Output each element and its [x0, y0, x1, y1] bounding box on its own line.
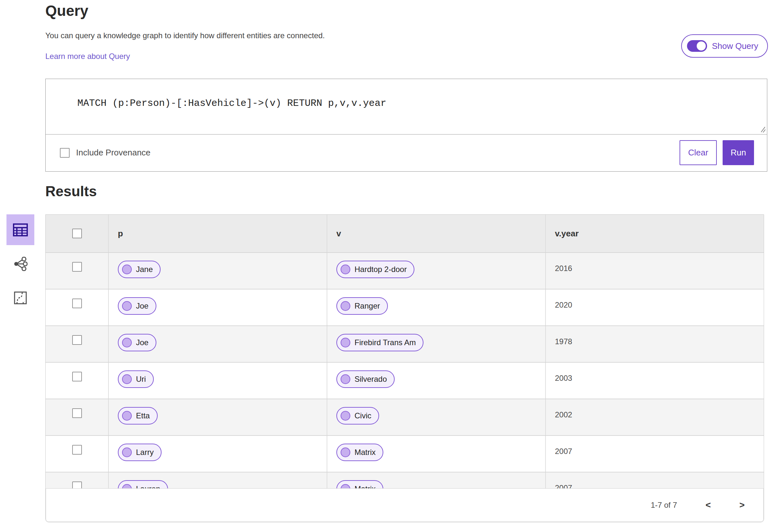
entity-pill-p[interactable]: Uri [118, 370, 154, 388]
clear-button[interactable]: Clear [680, 140, 717, 165]
entity-pill-p[interactable]: Jane [118, 261, 160, 278]
entity-label: Larry [136, 448, 154, 457]
entity-pill-v[interactable]: Ranger [336, 297, 388, 315]
table-row: Joe Ranger 2020 [46, 289, 764, 325]
node-icon [341, 301, 350, 311]
chevron-left-icon[interactable]: < [705, 501, 710, 510]
select-all-checkbox[interactable] [72, 229, 82, 238]
query-code-text: MATCH (p:Person)-[:HasVehicle]->(v) RETU… [77, 98, 386, 109]
column-header-v: v [336, 229, 341, 239]
entity-label: Firebird Trans Am [354, 338, 416, 347]
show-query-label: Show Query [712, 41, 758, 51]
node-icon [122, 338, 132, 347]
node-icon [122, 264, 132, 274]
results-table: p v v.year Jane Hardtop 2-door 2016 [45, 214, 764, 522]
query-editor-panel: MATCH (p:Person)-[:HasVehicle]->(v) RETU… [45, 79, 767, 172]
table-row: Jane Hardtop 2-door 2016 [46, 252, 764, 289]
entity-label: Matrix [354, 448, 375, 457]
toggle-knob [697, 41, 706, 50]
entity-label: Joe [136, 302, 148, 311]
entity-label: Joe [136, 338, 148, 347]
row-checkbox[interactable] [72, 372, 82, 382]
node-icon [341, 447, 350, 457]
table-row: Etta Civic 2002 [46, 399, 764, 435]
year-value: 2007 [555, 447, 572, 456]
entity-pill-p[interactable]: Joe [118, 297, 156, 315]
node-icon [341, 411, 350, 421]
year-value: 2002 [555, 410, 572, 419]
entity-label: Jane [136, 265, 153, 274]
year-value: 2003 [555, 374, 572, 383]
graph-view-icon [13, 257, 27, 271]
pagination-bar: 1-7 of 7 < > [46, 488, 764, 522]
show-query-toggle[interactable]: Show Query [681, 34, 768, 58]
entity-pill-p[interactable]: Larry [118, 444, 161, 461]
node-icon [122, 411, 132, 421]
entity-label: Silverado [354, 375, 387, 384]
row-checkbox[interactable] [72, 335, 82, 345]
entity-label: Ranger [354, 302, 380, 311]
table-header-row: p v v.year [46, 215, 764, 252]
row-checkbox[interactable] [72, 408, 82, 418]
entity-pill-v[interactable]: Matrix [336, 444, 383, 461]
query-code-textarea[interactable]: MATCH (p:Person)-[:HasVehicle]->(v) RETU… [46, 79, 767, 135]
table-row: Larry Matrix 2007 [46, 435, 764, 472]
table-row: Uri Silverado 2003 [46, 362, 764, 399]
entity-label: Uri [136, 375, 146, 384]
include-provenance-checkbox[interactable] [60, 148, 70, 158]
entity-pill-v[interactable]: Firebird Trans Am [336, 334, 424, 351]
query-description: You can query a knowledge graph to ident… [45, 31, 325, 40]
year-value: 2016 [555, 264, 572, 273]
column-header-p: p [118, 229, 123, 239]
entity-pill-p[interactable]: Joe [118, 334, 156, 351]
column-header-v-year: v.year [555, 229, 578, 239]
page-title: Query [45, 2, 88, 19]
resize-handle-icon[interactable] [759, 126, 766, 133]
entity-pill-p[interactable]: Etta [118, 407, 158, 425]
node-icon [122, 301, 132, 311]
entity-pill-v[interactable]: Civic [336, 407, 379, 425]
toggle-switch-icon[interactable] [687, 40, 707, 52]
table-view-icon [13, 223, 28, 236]
graph-view-button[interactable] [6, 248, 34, 279]
query-editor-footer: Include Provenance Clear Run [46, 135, 767, 171]
run-button[interactable]: Run [723, 140, 754, 165]
table-view-button[interactable] [6, 214, 34, 245]
chevron-right-icon[interactable]: > [740, 501, 745, 510]
node-icon [341, 374, 350, 384]
row-checkbox[interactable] [72, 445, 82, 455]
entity-label: Etta [136, 411, 150, 420]
map-view-icon [14, 291, 27, 305]
node-icon [122, 447, 132, 457]
node-icon [122, 374, 132, 384]
view-switcher [6, 214, 34, 313]
year-value: 1978 [555, 337, 572, 346]
entity-label: Hardtop 2-door [354, 265, 407, 274]
learn-more-link[interactable]: Learn more about Query [45, 52, 130, 61]
year-value: 2020 [555, 301, 572, 310]
pagination-range-label: 1-7 of 7 [651, 501, 677, 510]
row-checkbox[interactable] [72, 262, 82, 272]
table-row: Joe Firebird Trans Am 1978 [46, 325, 764, 362]
node-icon [341, 338, 350, 347]
entity-label: Civic [354, 411, 371, 420]
node-icon [341, 264, 350, 274]
entity-pill-v[interactable]: Hardtop 2-door [336, 261, 414, 278]
table-body: Jane Hardtop 2-door 2016 Joe Ranger [46, 252, 764, 508]
results-title: Results [45, 183, 97, 200]
include-provenance-label: Include Provenance [76, 148, 150, 158]
row-checkbox[interactable] [72, 299, 82, 308]
entity-pill-v[interactable]: Silverado [336, 370, 395, 388]
map-view-button[interactable] [6, 282, 34, 313]
